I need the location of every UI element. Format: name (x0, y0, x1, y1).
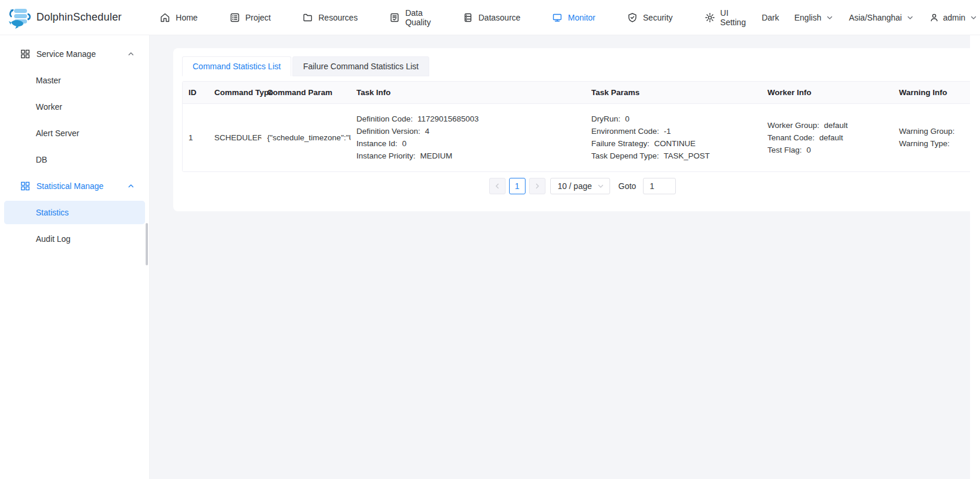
cell-id: 1 (183, 103, 208, 171)
col-header-id: ID (183, 82, 208, 103)
goto-page-input[interactable] (643, 178, 676, 194)
sidebar-item-alert-server[interactable]: Alert Server (4, 122, 145, 145)
col-header-warning-info: Warning Info (893, 82, 980, 103)
grid-icon (20, 181, 31, 191)
theme-toggle-button[interactable]: Dark (762, 13, 779, 22)
pagination-row: 1 10 / page Goto (182, 178, 980, 194)
col-header-command-param: Command Param (261, 82, 351, 103)
home-icon (160, 12, 170, 23)
brand[interactable]: DolphinScheduler (7, 5, 122, 31)
datasource-icon (463, 12, 473, 23)
col-header-command-type: Command Type (208, 82, 261, 103)
gear-icon (705, 12, 715, 23)
tab-command-statistics-list[interactable]: Command Statistics List (182, 56, 291, 76)
pagination-page-1[interactable]: 1 (509, 178, 526, 194)
cell-task-params: DryRun0 Environment Code-1 Failure Strat… (585, 103, 762, 171)
top-navbar: DolphinScheduler Home Project Resources … (0, 0, 980, 35)
pagination: 1 10 / page Goto (489, 178, 676, 194)
table-header-row: ID Command Type Command Param Task Info … (183, 82, 980, 103)
chevron-down-icon (969, 14, 978, 22)
nav-item-project[interactable]: Project (221, 0, 279, 35)
main-nav: Home Project Resources Data Quality Data… (144, 0, 762, 35)
chevron-right-icon (533, 182, 541, 190)
sidebar-section-service-manage[interactable]: Service Manage (0, 42, 149, 66)
user-menu[interactable]: admin (930, 13, 978, 22)
cell-command-type: SCHEDULER (208, 103, 261, 171)
project-icon (230, 12, 240, 23)
chevron-down-icon (906, 14, 914, 22)
nav-item-monitor[interactable]: Monitor (544, 0, 604, 35)
sidebar-item-master[interactable]: Master (4, 69, 145, 92)
folder-icon (302, 12, 313, 23)
data-quality-icon (389, 12, 400, 23)
statistics-card: Command Statistics List Failure Command … (173, 48, 980, 211)
shield-icon (627, 12, 638, 23)
sidebar-scrollbar-thumb[interactable] (146, 223, 148, 265)
chevron-up-icon (127, 182, 135, 190)
cell-task-info: Definition Code11729015685003 Definition… (351, 103, 585, 171)
navbar-right: Dark English Asia/Shanghai admin (762, 13, 978, 22)
col-header-task-params: Task Params (585, 82, 762, 103)
chevron-down-icon (826, 14, 834, 22)
pagination-prev-button[interactable] (489, 178, 506, 194)
sidebar-item-statistics[interactable]: Statistics (4, 201, 145, 224)
goto-label: Goto (618, 181, 636, 191)
timezone-dropdown[interactable]: Asia/Shanghai (849, 13, 914, 22)
grid-icon (20, 49, 31, 59)
sidebar-section-statistical-manage[interactable]: Statistical Manage (0, 174, 149, 198)
brand-name: DolphinScheduler (36, 11, 122, 23)
page-scrollbar-track[interactable] (970, 35, 980, 479)
nav-item-data-quality[interactable]: Data Quality (381, 0, 439, 35)
chevron-left-icon (493, 182, 501, 190)
pagination-next-button[interactable] (529, 178, 545, 194)
page-size-select[interactable]: 10 / page (550, 178, 610, 194)
chevron-down-icon (597, 182, 605, 190)
sidebar-item-audit-log[interactable]: Audit Log (4, 227, 145, 251)
nav-item-datasource[interactable]: Datasource (454, 0, 529, 35)
table-row: 1 SCHEDULER {"schedule_timezone":"UT… De… (183, 103, 980, 171)
command-statistics-table: ID Command Type Command Param Task Info … (182, 81, 980, 172)
sidebar-item-worker[interactable]: Worker (4, 95, 145, 119)
col-header-task-info: Task Info (351, 82, 585, 103)
sidebar: Service Manage Master Worker Alert Serve… (0, 35, 150, 479)
cell-worker-info: Worker Groupdefault Tenant Codedefault T… (762, 103, 893, 171)
chevron-up-icon (127, 50, 135, 58)
cell-command-param: {"schedule_timezone":"UT… (261, 103, 351, 171)
nav-item-resources[interactable]: Resources (294, 0, 366, 35)
tabs-bar: Command Statistics List Failure Command … (182, 56, 980, 76)
tab-failure-command-statistics-list[interactable]: Failure Command Statistics List (292, 56, 429, 76)
language-dropdown[interactable]: English (794, 13, 834, 22)
sidebar-item-db[interactable]: DB (4, 148, 145, 171)
monitor-icon (552, 12, 563, 23)
nav-item-ui-setting[interactable]: UI Setting (696, 0, 755, 35)
dolphinscheduler-logo-icon (7, 5, 33, 31)
col-header-worker-info: Worker Info (762, 82, 893, 103)
user-icon (930, 13, 939, 22)
nav-item-home[interactable]: Home (151, 0, 206, 35)
cell-warning-info: Warning Group Warning Type (893, 103, 980, 171)
main-content: Command Statistics List Failure Command … (150, 35, 980, 479)
nav-item-security[interactable]: Security (619, 0, 681, 35)
